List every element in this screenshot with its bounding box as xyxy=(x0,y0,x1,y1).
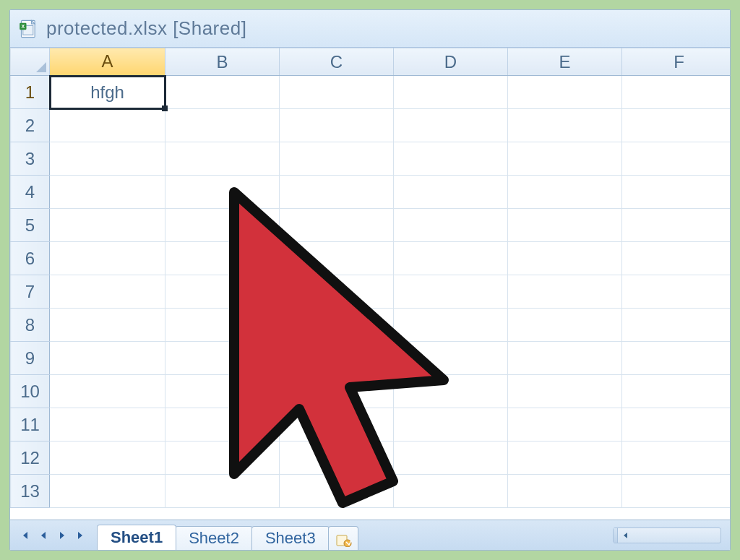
column-header-C[interactable]: C xyxy=(280,48,394,76)
cell-F3[interactable] xyxy=(622,142,731,176)
cell-C6[interactable] xyxy=(280,242,394,275)
cell-F6[interactable] xyxy=(622,242,731,275)
cell-C12[interactable] xyxy=(280,441,394,475)
cell-B4[interactable] xyxy=(165,176,280,209)
cell-C5[interactable] xyxy=(280,209,394,242)
cell-A1[interactable]: hfgh xyxy=(50,76,165,109)
cell-E6[interactable] xyxy=(508,242,622,275)
cell-E1[interactable] xyxy=(508,76,622,109)
cell-C11[interactable] xyxy=(280,408,394,441)
cell-C1[interactable] xyxy=(280,76,394,109)
cell-C4[interactable] xyxy=(280,176,394,209)
tab-nav-prev-icon[interactable] xyxy=(35,527,52,544)
column-header-D[interactable]: D xyxy=(394,48,508,76)
row-header-4[interactable]: 4 xyxy=(11,176,50,209)
cell-E10[interactable] xyxy=(508,375,622,408)
row-header-3[interactable]: 3 xyxy=(11,142,50,176)
cell-F7[interactable] xyxy=(622,275,731,309)
cell-B2[interactable] xyxy=(165,109,280,142)
cell-F11[interactable] xyxy=(622,408,731,441)
select-all-corner[interactable] xyxy=(11,48,50,76)
row-header-8[interactable]: 8 xyxy=(11,309,50,342)
cell-C10[interactable] xyxy=(280,375,394,408)
cell-E5[interactable] xyxy=(508,209,622,242)
column-header-E[interactable]: E xyxy=(508,48,622,76)
cell-D11[interactable] xyxy=(394,408,508,441)
row-header-7[interactable]: 7 xyxy=(11,275,50,309)
cell-D8[interactable] xyxy=(394,309,508,342)
cell-B11[interactable] xyxy=(165,408,280,441)
cell-F9[interactable] xyxy=(622,342,731,375)
row-header-2[interactable]: 2 xyxy=(11,109,50,142)
cell-E9[interactable] xyxy=(508,342,622,375)
cell-B3[interactable] xyxy=(165,142,280,176)
cell-A6[interactable] xyxy=(50,242,165,275)
cell-B7[interactable] xyxy=(165,275,280,309)
cell-B9[interactable] xyxy=(165,342,280,375)
tab-nav-next-icon[interactable] xyxy=(53,527,71,544)
cell-E7[interactable] xyxy=(508,275,622,309)
column-header-B[interactable]: B xyxy=(165,48,280,76)
row-header-6[interactable]: 6 xyxy=(11,242,50,275)
cell-F12[interactable] xyxy=(622,441,731,475)
cell-A3[interactable] xyxy=(50,142,165,176)
cell-D6[interactable] xyxy=(394,242,508,275)
row-header-10[interactable]: 10 xyxy=(11,375,50,408)
cell-C9[interactable] xyxy=(280,342,394,375)
cell-A5[interactable] xyxy=(50,209,165,242)
cell-E2[interactable] xyxy=(508,109,622,142)
cell-A9[interactable] xyxy=(50,342,165,375)
cell-F4[interactable] xyxy=(622,176,731,209)
new-sheet-tab[interactable] xyxy=(328,526,358,551)
cell-F2[interactable] xyxy=(622,109,731,142)
cell-E3[interactable] xyxy=(508,142,622,176)
cell-D3[interactable] xyxy=(394,142,508,176)
cell-D1[interactable] xyxy=(394,76,508,109)
tab-nav-last-icon[interactable] xyxy=(72,527,90,544)
row-header-1[interactable]: 1 xyxy=(11,76,50,109)
row-header-13[interactable]: 13 xyxy=(11,475,50,508)
sheet-tab-sheet2[interactable]: Sheet2 xyxy=(175,526,253,551)
cell-F1[interactable] xyxy=(622,76,731,109)
cell-B1[interactable] xyxy=(165,76,280,109)
sheet-tab-sheet1[interactable]: Sheet1 xyxy=(97,525,176,551)
row-header-9[interactable]: 9 xyxy=(11,342,50,375)
sheet-tab-sheet3[interactable]: Sheet3 xyxy=(251,526,330,551)
cell-D12[interactable] xyxy=(394,441,508,475)
cell-F10[interactable] xyxy=(622,375,731,408)
cell-E12[interactable] xyxy=(508,441,622,475)
cell-D4[interactable] xyxy=(394,176,508,209)
cell-C3[interactable] xyxy=(280,142,394,176)
cell-D2[interactable] xyxy=(394,109,508,142)
cell-E8[interactable] xyxy=(508,309,622,342)
cell-E11[interactable] xyxy=(508,408,622,441)
cell-C13[interactable] xyxy=(280,475,394,508)
cell-A2[interactable] xyxy=(50,109,165,142)
cell-B8[interactable] xyxy=(165,309,280,342)
cell-C8[interactable] xyxy=(280,309,394,342)
cell-A10[interactable] xyxy=(50,375,165,408)
cell-F8[interactable] xyxy=(622,309,731,342)
cell-C2[interactable] xyxy=(280,109,394,142)
cell-B6[interactable] xyxy=(165,242,280,275)
column-header-A[interactable]: A xyxy=(50,48,165,76)
row-header-11[interactable]: 11 xyxy=(11,408,50,441)
cell-B5[interactable] xyxy=(165,209,280,242)
cell-A12[interactable] xyxy=(50,441,165,475)
cell-B10[interactable] xyxy=(165,375,280,408)
cell-D13[interactable] xyxy=(394,475,508,508)
row-header-5[interactable]: 5 xyxy=(11,209,50,242)
row-header-12[interactable]: 12 xyxy=(11,441,50,475)
tab-nav-first-icon[interactable] xyxy=(16,527,33,544)
cell-F5[interactable] xyxy=(622,209,731,242)
cell-A11[interactable] xyxy=(50,408,165,441)
cell-E4[interactable] xyxy=(508,176,622,209)
cell-A7[interactable] xyxy=(50,275,165,309)
cell-D9[interactable] xyxy=(394,342,508,375)
cell-B13[interactable] xyxy=(165,475,280,508)
cell-D10[interactable] xyxy=(394,375,508,408)
scroll-left-icon[interactable] xyxy=(618,528,634,543)
column-header-F[interactable]: F xyxy=(622,48,731,76)
cell-A13[interactable] xyxy=(50,475,165,508)
cell-E13[interactable] xyxy=(508,475,622,508)
